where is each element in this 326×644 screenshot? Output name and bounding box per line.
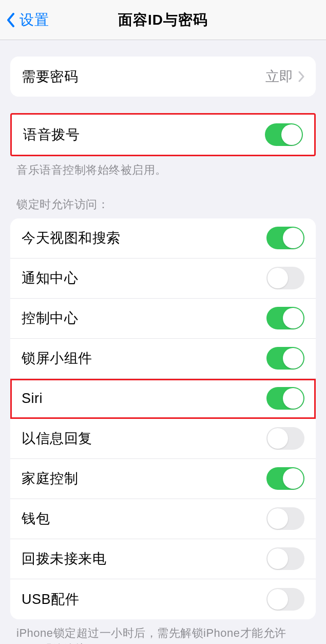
- toggle-knob: [283, 468, 303, 489]
- toggle-allow-access-item[interactable]: [266, 387, 304, 410]
- row-label: 家庭控制: [22, 469, 78, 488]
- section-header-allow-access: 锁定时允许访问：: [0, 178, 326, 218]
- group-allow-access: 今天视图和搜索通知中心控制中心锁屏小组件Siri以信息回复家庭控制钱包回拨未接来…: [10, 218, 316, 619]
- row-label: 控制中心: [22, 309, 78, 327]
- toggle-allow-access-item[interactable]: [266, 467, 304, 490]
- voice-dial-footer: 音乐语音控制将始终被启用。: [0, 156, 326, 178]
- toggle-allow-access-item[interactable]: [266, 588, 304, 611]
- row-allow-access-item: 家庭控制: [10, 459, 316, 499]
- row-label: 需要密码: [22, 67, 78, 86]
- row-allow-access-item: Siri: [10, 379, 316, 419]
- row-voice-dial: 语音拨号: [12, 115, 314, 155]
- toggle-allow-access-item[interactable]: [266, 347, 304, 370]
- row-label: 语音拨号: [23, 125, 80, 144]
- row-value: 立即: [265, 67, 304, 86]
- toggle-knob: [267, 428, 288, 449]
- toggle-knob: [267, 268, 288, 288]
- nav-header: 设置 面容ID与密码: [0, 0, 326, 40]
- toggle-voice-dial[interactable]: [265, 123, 303, 146]
- back-label: 设置: [20, 10, 49, 30]
- chevron-left-icon: [6, 12, 15, 28]
- toggle-allow-access-item[interactable]: [266, 547, 304, 570]
- row-label: 锁屏小组件: [22, 349, 92, 367]
- row-label: 钱包: [22, 509, 50, 528]
- group-require-passcode: 需要密码 立即: [10, 57, 316, 97]
- row-allow-access-item: 通知中心: [10, 259, 316, 299]
- usb-footer: iPhone锁定超过一小时后，需先解锁iPhone才能允许USB配件连接。: [0, 619, 326, 644]
- toggle-knob: [283, 388, 303, 409]
- toggle-knob: [283, 228, 303, 248]
- row-label: USB配件: [22, 590, 79, 609]
- back-button[interactable]: 设置: [0, 10, 49, 30]
- row-value-text: 立即: [265, 67, 293, 86]
- row-allow-access-item: 回拨未接来电: [10, 539, 316, 579]
- content: 需要密码 立即 语音拨号 音乐语音控制将始终被启用。 锁定时允许访问： 今天视图…: [0, 57, 326, 644]
- toggle-allow-access-item[interactable]: [266, 427, 304, 450]
- row-allow-access-item: 钱包: [10, 499, 316, 539]
- group-voice-dial: 语音拨号: [10, 113, 316, 156]
- toggle-allow-access-item[interactable]: [266, 507, 304, 530]
- toggle-knob: [267, 548, 288, 569]
- toggle-knob: [283, 308, 303, 328]
- row-label: 通知中心: [22, 269, 78, 287]
- toggle-knob: [267, 508, 288, 529]
- row-allow-access-item: 今天视图和搜索: [10, 218, 316, 259]
- toggle-allow-access-item[interactable]: [266, 267, 304, 289]
- row-label: Siri: [22, 391, 43, 407]
- row-label: 以信息回复: [22, 429, 92, 448]
- toggle-allow-access-item[interactable]: [266, 307, 304, 329]
- chevron-right-icon: [298, 71, 304, 82]
- toggle-knob: [283, 348, 303, 369]
- row-allow-access-item: 控制中心: [10, 299, 316, 339]
- row-allow-access-item: 锁屏小组件: [10, 339, 316, 379]
- toggle-knob: [281, 124, 302, 145]
- row-allow-access-item: 以信息回复: [10, 419, 316, 459]
- row-require-passcode[interactable]: 需要密码 立即: [10, 57, 316, 97]
- row-label: 今天视图和搜索: [22, 229, 121, 247]
- row-allow-access-item: USB配件: [10, 579, 316, 619]
- toggle-allow-access-item[interactable]: [266, 227, 304, 249]
- toggle-knob: [267, 589, 288, 610]
- row-label: 回拨未接来电: [22, 549, 106, 568]
- page-title: 面容ID与密码: [118, 10, 208, 30]
